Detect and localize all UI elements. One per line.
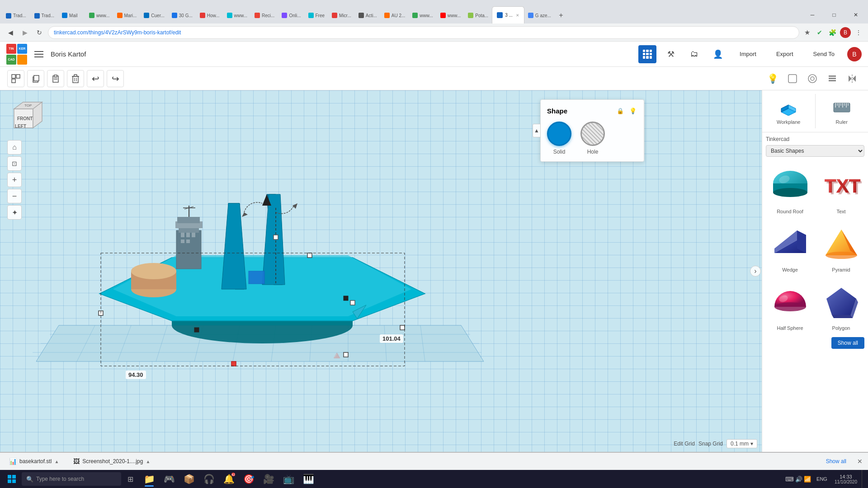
taskbar-app-headset[interactable]: 🎧 — [199, 470, 219, 488]
import-button[interactable]: Import — [732, 47, 764, 61]
add-user-button[interactable]: 👤 — [709, 45, 727, 63]
tab-micr[interactable]: Micr... — [328, 7, 355, 23]
tab-www2[interactable]: www... — [223, 7, 251, 23]
fit-view-button[interactable]: ⊡ — [7, 156, 22, 171]
mirror-button[interactable] — [844, 70, 861, 87]
lock-icon[interactable]: 🔒 — [616, 106, 625, 115]
back-button[interactable]: ◀ — [5, 27, 16, 38]
tab-2[interactable]: Trad... — [30, 7, 59, 23]
browser-menu-icon[interactable]: ⋮ — [854, 28, 863, 38]
tinkercad-logo[interactable]: TIN KER CAD — [6, 44, 27, 65]
forward-button[interactable]: ▶ — [19, 27, 31, 38]
url-bar[interactable]: tinkercad.com/things/4V2zArSWy9m-boris-k… — [48, 26, 799, 39]
extensions-icon[interactable]: 🧩 — [827, 28, 837, 38]
tab-acti[interactable]: Acti... — [355, 7, 381, 23]
search-bar[interactable]: 🔍 Type here to search — [22, 472, 121, 486]
tab-how[interactable]: How... — [196, 7, 223, 23]
tab-free[interactable]: Free — [305, 7, 329, 23]
task-view-button[interactable]: ⊞ — [121, 470, 139, 488]
tab-pota[interactable]: Pota... — [464, 7, 492, 23]
tab-1[interactable]: Trad... — [2, 7, 30, 23]
taskbar-app-slides[interactable]: 📺 — [278, 470, 298, 488]
tab-www1[interactable]: www... — [85, 7, 113, 23]
tab-www3[interactable]: www... — [409, 7, 436, 23]
light-icon[interactable]: 💡 — [628, 106, 637, 115]
show-all-button[interactable]: Show all — [831, 337, 864, 349]
shape-half-sphere[interactable]: Half Sphere — [766, 278, 814, 333]
extension-check-icon[interactable]: ✔ — [815, 28, 825, 38]
refresh-button[interactable]: ↻ — [33, 27, 45, 38]
taskbar-app-store[interactable]: 📦 — [179, 470, 199, 488]
tab-gaze[interactable]: G aze... — [524, 7, 555, 23]
send-to-button[interactable]: Send To — [806, 47, 842, 61]
tab-onli[interactable]: Onli... — [278, 7, 304, 23]
tab-active[interactable]: 3 ... ✕ — [492, 6, 524, 23]
close-button[interactable]: ✕ — [845, 8, 866, 22]
bookmark-icon[interactable]: ★ — [802, 28, 812, 38]
tab-reci[interactable]: Reci... — [251, 7, 278, 23]
tab-mail[interactable]: Mail — [58, 7, 85, 23]
taskbar-app-explorer[interactable]: 📁 — [139, 470, 159, 488]
compass-button[interactable]: ✦ — [7, 205, 22, 220]
shape-pyramid[interactable]: Pyramid — [817, 220, 865, 275]
home-view-button[interactable]: ⌂ — [7, 140, 22, 155]
shape-round-roof[interactable]: Round Roof — [766, 161, 814, 217]
user-avatar[interactable]: B — [847, 47, 862, 61]
download-item-2[interactable]: 🖼 Screenshot_2020-1....jpg ▲ — [70, 456, 154, 467]
panel-expand-arrow[interactable]: › — [750, 266, 761, 277]
viewport[interactable]: FRONT LEFT TOP ⌂ ⊡ + − ✦ — [0, 90, 762, 452]
show-desktop-button[interactable] — [862, 470, 864, 488]
download-item-1[interactable]: 📊 basekartof.stl ▲ — [5, 456, 62, 467]
projects-button[interactable]: 🗂 — [685, 45, 703, 63]
zoom-out-button[interactable]: − — [7, 189, 22, 203]
profile-avatar[interactable]: B — [840, 27, 851, 38]
tab-mari[interactable]: Mari... — [113, 7, 141, 23]
grid-view-button[interactable] — [638, 45, 656, 63]
tab-30g[interactable]: 30 G... — [168, 7, 196, 23]
panel-collapse-arrow[interactable]: ▲ — [533, 124, 541, 137]
shape-wedge[interactable]: Wedge — [766, 220, 814, 275]
menu-icon[interactable] — [33, 48, 45, 61]
hole-option[interactable]: Hole — [580, 122, 605, 155]
align-button[interactable] — [824, 70, 841, 87]
minimize-button[interactable]: ─ — [802, 8, 823, 22]
taskbar-app-video[interactable]: 🎥 — [259, 470, 278, 488]
show-all-downloads-button[interactable]: Show all — [826, 458, 846, 465]
tab-www4[interactable]: www... — [437, 7, 464, 23]
close-downloads-button[interactable]: ✕ — [857, 458, 863, 465]
tray-icons[interactable]: ⌨🔊📶 — [783, 476, 813, 483]
shape-polygon[interactable]: Polygon — [817, 278, 865, 333]
taskbar-app-bell[interactable]: 🔔42 — [219, 470, 239, 488]
tab-cuer[interactable]: Cuer... — [140, 7, 168, 23]
start-button[interactable] — [2, 470, 22, 488]
light-button[interactable]: 💡 — [764, 70, 781, 87]
shape-mode-button[interactable] — [784, 70, 801, 87]
language-indicator[interactable]: ENG — [814, 476, 830, 482]
new-tab-button[interactable]: + — [555, 7, 567, 23]
redo-button[interactable]: ↪ — [107, 70, 124, 87]
taskbar-app-target[interactable]: 🎯 — [239, 470, 259, 488]
zoom-in-button[interactable]: + — [7, 173, 22, 187]
taskbar-app-steam[interactable]: 🎮 — [159, 470, 179, 488]
snap-grid-value[interactable]: 0.1 mm ▾ — [726, 439, 757, 448]
list-view-button[interactable]: ⚒ — [662, 45, 680, 63]
copy-button[interactable] — [27, 70, 44, 87]
category-select[interactable]: Basic Shapes — [766, 145, 864, 157]
shape-text[interactable]: TXT TXT Text — [817, 161, 865, 217]
tab-au2[interactable]: AU 2... — [381, 7, 409, 23]
hole-mode-button[interactable] — [804, 70, 821, 87]
solid-option[interactable]: Solid — [547, 122, 571, 155]
export-button[interactable]: Export — [769, 47, 801, 61]
new-shape-button[interactable] — [7, 70, 24, 87]
download-chevron-2[interactable]: ▲ — [146, 459, 150, 464]
delete-button[interactable] — [67, 70, 84, 87]
workplane-button[interactable]: Workplane — [766, 94, 811, 128]
maximize-button[interactable]: □ — [824, 8, 844, 22]
taskbar-clock[interactable]: 14:33 11/10/2020 — [831, 474, 861, 484]
download-chevron-1[interactable]: ▲ — [54, 459, 59, 464]
paste-button[interactable] — [47, 70, 64, 87]
edit-grid-button[interactable]: Edit Grid — [674, 441, 695, 447]
taskbar-app-music[interactable]: 🎹 — [298, 470, 318, 488]
undo-button[interactable]: ↩ — [87, 70, 104, 87]
ruler-button[interactable]: Ruler — [819, 94, 865, 128]
